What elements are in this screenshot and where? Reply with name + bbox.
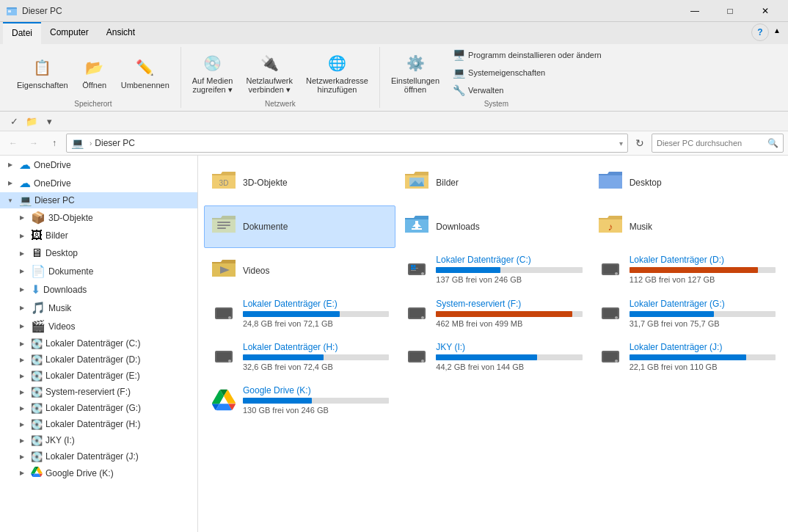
ribbon-collapse-button[interactable]: ▲ [769, 22, 785, 38]
expand-desktop[interactable]: ▶ [16, 247, 28, 259]
expand-j[interactable]: ▶ [16, 451, 28, 462]
qa-folder-button[interactable]: 📁 [23, 113, 40, 129]
dieser-pc-icon: 💻 [19, 194, 32, 206]
close-button[interactable]: ✕ [748, 0, 782, 22]
expand-onedrive2[interactable]: ▶ [4, 178, 16, 189]
expand-videos[interactable]: ▶ [16, 321, 28, 332]
expand-downloads[interactable]: ▶ [16, 284, 28, 296]
sidebar-item-laufwerk-f[interactable]: ▶ 💽 System-reserviert (F:) [0, 384, 197, 400]
expand-g[interactable]: ▶ [16, 402, 28, 414]
drive-item-e[interactable]: Lokaler Datenträger (E:) 24,8 GB frei vo… [204, 294, 395, 335]
address-box[interactable]: 💻 › Dieser PC ▾ [66, 134, 628, 153]
up-button[interactable]: ↑ [45, 134, 63, 152]
folder-item-videos[interactable]: Videos [204, 249, 395, 292]
sidebar-item-3d-objekte[interactable]: ▶ 📦 3D-Objekte [0, 208, 197, 227]
system-small-buttons: 🖥️ Programm deinstallieren oder ändern 💻… [448, 47, 607, 98]
laufwerk-h-icon: 💽 [31, 419, 43, 430]
drive-item-h[interactable]: Lokaler Datenträger (H:) 32,6 GB frei vo… [204, 337, 395, 379]
system-group-label: System [484, 100, 508, 108]
tab-computer[interactable]: Computer [41, 22, 98, 44]
ribbon-group-netzwerk: 💿 Auf Medienzugreifen ▾ 🔌 Netzlaufwerkve… [181, 47, 380, 108]
drive-item-f[interactable]: System-reserviert (F:) 462 MB frei von 4… [397, 294, 588, 335]
drive-item-j[interactable]: Lokaler Datenträger (J:) 22,1 GB frei vo… [591, 337, 782, 379]
refresh-button[interactable]: ↻ [631, 134, 649, 152]
expand-k[interactable]: ▶ [16, 467, 28, 479]
qa-checkmark-button[interactable]: ✓ [6, 113, 22, 129]
downloads-sidebar-label: Downloads [43, 285, 87, 295]
search-box[interactable]: 🔍 [652, 134, 784, 153]
drive-item-c[interactable]: Lokaler Datenträger (C:) 137 GB frei von… [397, 249, 588, 292]
expand-musik[interactable]: ▶ [16, 302, 28, 314]
sidebar-item-downloads[interactable]: ▶ ⬇ Downloads [0, 280, 197, 299]
drive-e-size: 24,8 GB frei von 72,1 GB [243, 319, 389, 328]
systemeigenschaften-button[interactable]: 💻 Systemeigenschaften [448, 65, 607, 81]
sidebar-item-google-drive[interactable]: ▶ Google Drive (K:) [0, 464, 197, 481]
maximize-button[interactable]: □ [713, 0, 747, 22]
sidebar-item-dieser-pc[interactable]: ▼ 💻 Dieser PC [0, 192, 197, 208]
verwalten-button[interactable]: 🔧 Verwalten [448, 82, 607, 98]
folder-item-3d-objekte[interactable]: 3D 3D-Objekte [204, 161, 395, 204]
umbenennen-button[interactable]: ✏️ Umbenennen [116, 52, 175, 93]
drive-item-k[interactable]: Google Drive (K:) 130 GB frei von 246 GB [204, 380, 395, 422]
folder-item-desktop[interactable]: Desktop [591, 161, 782, 204]
sidebar-item-dokumente[interactable]: ▶ 📄 Dokumente [0, 262, 197, 280]
google-drive-sidebar-icon [31, 467, 43, 479]
drive-item-i[interactable]: JKY (I:) 44,2 GB frei von 144 GB [397, 337, 588, 379]
folder-item-bilder[interactable]: Bilder [397, 161, 588, 204]
expand-h[interactable]: ▶ [16, 418, 28, 430]
expand-i[interactable]: ▶ [16, 434, 28, 446]
umbenennen-label: Umbenennen [121, 81, 169, 90]
sidebar-item-laufwerk-e[interactable]: ▶ 💽 Lokaler Datenträger (E:) [0, 368, 197, 384]
sidebar-item-desktop[interactable]: ▶ 🖥 Desktop [0, 244, 197, 262]
drive-item-g[interactable]: Lokaler Datenträger (G:) 31,7 GB frei vo… [591, 294, 782, 335]
back-button[interactable]: ← [4, 134, 22, 152]
folder-item-dokumente[interactable]: Dokumente [204, 205, 395, 248]
auf-medien-button[interactable]: 💿 Auf Medienzugreifen ▾ [187, 48, 238, 98]
expand-e[interactable]: ▶ [16, 370, 28, 382]
forward-button[interactable]: → [25, 134, 43, 152]
drive-c-label: Lokaler Datenträger (C:) [436, 255, 582, 265]
sidebar-item-laufwerk-d[interactable]: ▶ 💽 Lokaler Datenträger (D:) [0, 351, 197, 368]
expand-f[interactable]: ▶ [16, 386, 28, 398]
sidebar-item-musik[interactable]: ▶ 🎵 Musik [0, 299, 197, 317]
minimize-button[interactable]: — [678, 0, 712, 22]
programm-deinstallieren-button[interactable]: 🖥️ Programm deinstallieren oder ändern [448, 47, 607, 63]
ribbon: Datei Computer Ansicht ? ▲ 📋 Eigenschaft… [0, 22, 788, 112]
eigenschaften-button[interactable]: 📋 Eigenschaften [12, 52, 73, 93]
einstellungen-icon: ⚙️ [404, 51, 427, 75]
tab-datei[interactable]: Datei [3, 22, 41, 44]
laufwerk-f-label: System-reserviert (F:) [45, 387, 131, 397]
sidebar-item-onedrive2[interactable]: ▶ ☁ OneDrive [0, 174, 197, 192]
desktop-folder-icon [597, 168, 624, 197]
qa-dropdown-button[interactable]: ▾ [41, 113, 57, 129]
sidebar-item-videos[interactable]: ▶ 🎬 Videos [0, 317, 197, 335]
expand-dieser-pc[interactable]: ▼ [4, 194, 16, 206]
drive-k-info: Google Drive (K:) 130 GB frei von 246 GB [243, 385, 389, 415]
expand-c[interactable]: ▶ [16, 338, 28, 349]
drive-item-d[interactable]: Lokaler Datenträger (D:) 112 GB frei von… [591, 249, 782, 292]
expand-onedrive1[interactable]: ▶ [4, 159, 16, 171]
netzlaufwerk-button[interactable]: 🔌 Netzlaufwerkverbinden ▾ [241, 48, 298, 98]
sidebar-item-laufwerk-c[interactable]: ▶ 💽 Lokaler Datenträger (C:) [0, 335, 197, 351]
sidebar-item-laufwerk-g[interactable]: ▶ 💽 Lokaler Datenträger (G:) [0, 400, 197, 416]
sidebar-item-laufwerk-j[interactable]: ▶ 💽 Lokaler Datenträger (J:) [0, 448, 197, 464]
sidebar-item-laufwerk-i[interactable]: ▶ 💽 JKY (I:) [0, 432, 197, 448]
search-input[interactable] [657, 139, 767, 147]
netzwerkadresse-button[interactable]: 🌐 Netzwerkadressehinzufügen [301, 48, 373, 98]
folder-item-downloads[interactable]: Downloads [397, 205, 588, 248]
expand-3d-objekte[interactable]: ▶ [16, 212, 28, 224]
expand-dokumente[interactable]: ▶ [16, 266, 28, 277]
tab-ansicht[interactable]: Ansicht [98, 22, 144, 44]
expand-d[interactable]: ▶ [16, 354, 28, 365]
expand-bilder[interactable]: ▶ [16, 230, 28, 241]
sidebar-item-bilder[interactable]: ▶ 🖼 Bilder [0, 227, 197, 244]
laufwerk-c-label: Lokaler Datenträger (C:) [45, 338, 140, 349]
oeffnen-button[interactable]: 📂 Öffnen [76, 52, 113, 93]
laufwerk-g-icon: 💽 [31, 403, 43, 414]
sidebar-item-laufwerk-h[interactable]: ▶ 💽 Lokaler Datenträger (H:) [0, 416, 197, 432]
help-button[interactable]: ? [751, 23, 769, 41]
sidebar-item-onedrive1[interactable]: ▶ ☁ OneDrive [0, 156, 197, 174]
folder-item-musik[interactable]: ♪ Musik [591, 205, 782, 248]
einstellungen-button[interactable]: ⚙️ Einstellungenöffnen [386, 48, 445, 98]
address-dropdown-button[interactable]: ▾ [619, 139, 623, 147]
